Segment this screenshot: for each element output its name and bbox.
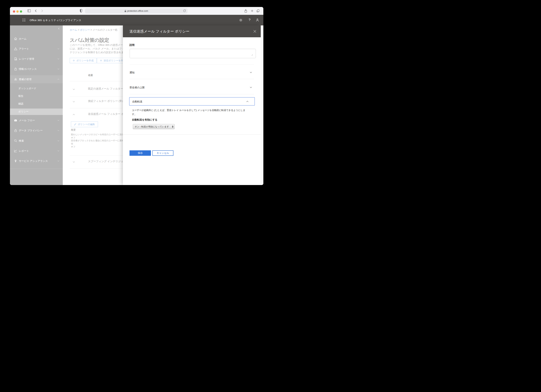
chevron-down-icon[interactable]	[72, 88, 75, 91]
sidebar-item-review[interactable]: 確認	[10, 100, 63, 108]
tls-lock-icon	[125, 10, 126, 12]
back-button[interactable]	[35, 9, 37, 12]
sidebar-item-alerts[interactable]: アラート	[10, 45, 63, 53]
mail-envelope-icon	[14, 119, 17, 122]
sidebar-collapse-icon[interactable]	[57, 27, 60, 30]
line-chart-icon	[14, 149, 17, 153]
section-divider	[130, 79, 254, 79]
lock-icon	[14, 67, 17, 71]
pencil-icon	[74, 123, 76, 126]
description-textarea[interactable]	[130, 49, 256, 58]
biohazard-icon	[14, 77, 17, 81]
account-person-icon[interactable]	[256, 18, 259, 22]
home-icon	[14, 37, 17, 41]
create-policy-button[interactable]: ポリシーを作成	[70, 58, 97, 63]
zoom-window-button[interactable]	[20, 10, 22, 13]
chevron-down-icon	[57, 58, 60, 60]
sidebar-toggle-icon[interactable]	[27, 9, 31, 12]
url-text: protection.office.com	[127, 10, 148, 12]
table-name-header: 名前	[88, 74, 93, 77]
chevron-down-icon	[57, 47, 60, 50]
breadcrumb-policy-link[interactable]: ポリシー	[80, 28, 90, 31]
chevron-down-icon	[57, 68, 60, 70]
select-stepper-icon	[172, 126, 173, 128]
sidebar-item-mail-flow[interactable]: メール フロー	[10, 117, 63, 124]
sidebar-item-information-governance[interactable]: 情報ガバナンス	[10, 65, 63, 73]
cancel-button[interactable]: キャンセル	[152, 150, 173, 156]
outbound-spam-policy-flyout: 送信迷惑メール フィルター ポリシー 説明 通知 受信者の上限	[123, 26, 261, 185]
share-icon[interactable]	[244, 9, 247, 13]
app-title: Office 365 セキュリティ/コンプライアンス	[30, 18, 81, 22]
chevron-up-icon	[57, 78, 60, 81]
close-window-button[interactable]	[13, 10, 15, 13]
close-icon[interactable]	[253, 30, 257, 33]
sidebar-item-data-privacy[interactable]: データ プライバシー	[10, 127, 63, 134]
flyout-header: 送信迷惑メール フィルター ポリシー	[123, 26, 261, 37]
footer-divider	[123, 134, 261, 135]
breadcrumb-current: メールのフィルター処	[93, 28, 117, 31]
chevron-down-icon	[57, 129, 60, 132]
chevron-down-icon[interactable]	[72, 160, 75, 163]
left-nav-sidebar: ホーム アラート レコード管理	[10, 26, 63, 185]
new-tab-icon[interactable]	[251, 10, 253, 12]
chevron-down-icon	[57, 139, 60, 142]
breadcrumb: ホーム > ポリシー > メールのフィルター処	[70, 28, 117, 31]
address-bar[interactable]: protection.office.com	[85, 8, 187, 13]
app-launcher-icon[interactable]	[22, 19, 26, 22]
sidebar-item-dashboard[interactable]: ダッシュボード	[10, 84, 63, 92]
save-button[interactable]: 保存	[130, 150, 151, 156]
chevron-down-icon	[250, 71, 252, 74]
plus-icon	[100, 59, 102, 62]
description-label: 説明	[130, 43, 135, 47]
chevron-up-icon	[246, 100, 249, 103]
plus-icon	[73, 59, 75, 62]
tab-overview-icon[interactable]	[256, 9, 260, 12]
minimize-window-button[interactable]	[16, 10, 19, 13]
overview-label: 概要	[71, 129, 76, 132]
chevron-up-icon[interactable]	[72, 113, 75, 116]
help-icon[interactable]: ?	[249, 18, 250, 22]
auto-forwarding-select[interactable]: オン - 転送が有効になっています	[133, 124, 175, 129]
textarea-resize-handle[interactable]	[251, 54, 253, 56]
sidebar-item-report[interactable]: 報告	[10, 92, 63, 100]
lock-icon	[14, 129, 17, 132]
page-description: このページを使用して、Office 365 の迷惑メール には、迷惑メール、バル…	[70, 43, 126, 54]
forward-button[interactable]	[41, 9, 43, 12]
office-app-header: Office 365 セキュリティ/コンプライアンス ?	[10, 15, 263, 26]
privacy-shield-icon[interactable]	[80, 9, 83, 13]
sidebar-item-threat-management[interactable]: 脅威の管理	[10, 75, 63, 83]
search-icon	[14, 139, 17, 143]
sidebar-item-reports[interactable]: レポート	[10, 147, 63, 155]
sidebar-item-search[interactable]: 検索	[10, 137, 63, 144]
enable-auto-forward-label: 自動転送を有効にする	[132, 118, 157, 121]
sidebar-item-policy[interactable]: ポリシー	[10, 108, 63, 115]
chevron-down-icon	[57, 119, 60, 122]
reload-icon[interactable]	[183, 9, 186, 12]
edit-policy-button[interactable]: ポリシーの編集	[71, 121, 98, 127]
safari-window: protection.office.com Office	[10, 7, 263, 185]
auto-forward-description: ユーザーが組織外に (たとえば、受信トレイ ルールを介して) メッセージを自動的…	[132, 108, 245, 116]
flyout-title: 送信迷惑メール フィルター ポリシー	[130, 29, 189, 34]
policy-summary: 疑わしいメッセージのコピーを特定のユーザーに送信 オフ 送信者がブロックされた場…	[71, 133, 124, 149]
page-title: スパム対策の設定	[70, 37, 109, 44]
alert-triangle-icon	[14, 47, 17, 51]
section-automatic-forwarding[interactable]: 自動転送	[129, 97, 255, 106]
records-document-icon	[14, 57, 17, 61]
settings-gear-icon[interactable]	[239, 18, 242, 22]
chevron-down-icon	[57, 150, 60, 152]
sidebar-item-records-management[interactable]: レコード管理	[10, 55, 63, 63]
chevron-down-icon	[250, 86, 252, 89]
sidebar-item-home[interactable]: ホーム	[10, 35, 63, 42]
breadcrumb-home-link[interactable]: ホーム	[70, 28, 77, 31]
sidebar-divider	[10, 169, 63, 169]
award-ribbon-icon	[14, 159, 17, 163]
chevron-down-icon	[57, 160, 60, 162]
browser-toolbar: protection.office.com	[10, 7, 263, 15]
sidebar-item-service-assurance[interactable]: サービス アシュアランス	[10, 157, 63, 165]
chevron-down-icon[interactable]	[72, 100, 75, 103]
